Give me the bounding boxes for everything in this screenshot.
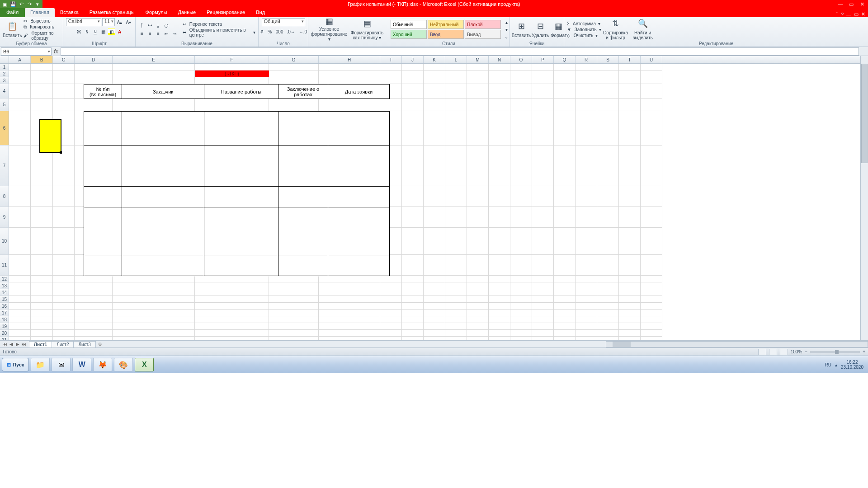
cell[interactable] bbox=[380, 303, 402, 310]
cell[interactable] bbox=[75, 276, 113, 282]
cell[interactable] bbox=[619, 207, 641, 228]
cell[interactable] bbox=[402, 276, 424, 282]
cell[interactable] bbox=[402, 296, 424, 303]
sheet-tab[interactable]: Лист2 bbox=[52, 341, 74, 347]
cell[interactable] bbox=[554, 255, 576, 276]
column-header[interactable]: Q bbox=[554, 56, 576, 63]
cell[interactable] bbox=[510, 303, 532, 310]
cell[interactable] bbox=[269, 310, 319, 316]
cell[interactable] bbox=[9, 337, 31, 340]
cell[interactable] bbox=[467, 145, 489, 186]
row-header[interactable]: 9 bbox=[0, 207, 9, 228]
name-box[interactable]: B6 bbox=[1, 47, 52, 56]
cell[interactable] bbox=[113, 289, 195, 296]
cell[interactable] bbox=[195, 323, 269, 330]
cell[interactable] bbox=[53, 255, 75, 276]
cell[interactable] bbox=[319, 77, 380, 84]
cell[interactable] bbox=[424, 84, 445, 99]
cell[interactable] bbox=[113, 276, 195, 282]
cell[interactable] bbox=[269, 70, 319, 77]
cell[interactable] bbox=[554, 303, 576, 310]
cell[interactable] bbox=[576, 310, 597, 316]
cell[interactable] bbox=[424, 77, 445, 84]
cell[interactable] bbox=[424, 255, 445, 276]
cell[interactable] bbox=[402, 303, 424, 310]
cell[interactable] bbox=[319, 64, 380, 70]
cell[interactable] bbox=[402, 337, 424, 340]
cell[interactable] bbox=[576, 99, 597, 111]
cell[interactable] bbox=[31, 70, 53, 77]
cell[interactable] bbox=[195, 310, 269, 316]
cell[interactable] bbox=[380, 337, 402, 340]
column-header[interactable]: A bbox=[9, 56, 31, 63]
cell[interactable] bbox=[424, 228, 445, 255]
cell[interactable] bbox=[53, 276, 75, 282]
cell[interactable] bbox=[380, 99, 402, 111]
cell[interactable] bbox=[489, 276, 510, 282]
cell[interactable] bbox=[9, 77, 31, 84]
cell[interactable] bbox=[510, 330, 532, 337]
cell[interactable] bbox=[641, 330, 662, 337]
cell[interactable] bbox=[380, 316, 402, 323]
style-cell[interactable]: Ввод bbox=[428, 30, 464, 39]
cell[interactable] bbox=[467, 330, 489, 337]
cell[interactable] bbox=[75, 296, 113, 303]
zoom-slider[interactable] bbox=[810, 351, 860, 353]
cell[interactable] bbox=[195, 296, 269, 303]
shrink-font-icon[interactable]: A▾ bbox=[125, 19, 133, 26]
indent-inc-icon[interactable]: ⇥ bbox=[171, 30, 178, 37]
cell[interactable] bbox=[576, 323, 597, 330]
cell[interactable] bbox=[510, 145, 532, 186]
cell[interactable] bbox=[641, 70, 662, 77]
cell[interactable] bbox=[319, 303, 380, 310]
cell[interactable] bbox=[9, 276, 31, 282]
cell[interactable] bbox=[445, 84, 467, 99]
cell[interactable] bbox=[31, 282, 53, 289]
cell[interactable] bbox=[75, 77, 113, 84]
column-header[interactable]: M bbox=[467, 56, 489, 63]
ribbon-tab-вставка[interactable]: Вставка bbox=[55, 8, 84, 17]
cell[interactable] bbox=[467, 77, 489, 84]
cell[interactable] bbox=[641, 111, 662, 145]
cell[interactable] bbox=[445, 289, 467, 296]
cell[interactable] bbox=[641, 296, 662, 303]
cell[interactable] bbox=[269, 64, 319, 70]
cell[interactable] bbox=[489, 289, 510, 296]
cell[interactable] bbox=[269, 337, 319, 340]
cell[interactable] bbox=[597, 323, 619, 330]
cell[interactable] bbox=[269, 330, 319, 337]
view-pagebreak-icon[interactable] bbox=[780, 349, 788, 355]
help-icon[interactable]: ? bbox=[841, 12, 844, 17]
cell[interactable] bbox=[619, 337, 641, 340]
cell[interactable] bbox=[554, 323, 576, 330]
cell[interactable] bbox=[597, 255, 619, 276]
cell[interactable] bbox=[510, 316, 532, 323]
cell[interactable] bbox=[597, 289, 619, 296]
cell[interactable] bbox=[75, 303, 113, 310]
dec-decimal-icon[interactable]: ←.0 bbox=[297, 28, 308, 35]
cell[interactable] bbox=[269, 289, 319, 296]
row-header[interactable]: 5 bbox=[0, 99, 9, 111]
cell[interactable] bbox=[576, 330, 597, 337]
task-explorer[interactable]: 📁 bbox=[31, 358, 50, 371]
cell[interactable] bbox=[489, 296, 510, 303]
cell[interactable] bbox=[319, 316, 380, 323]
cell[interactable] bbox=[402, 310, 424, 316]
cell[interactable] bbox=[467, 64, 489, 70]
align-bottom-icon[interactable]: ⭳ bbox=[155, 22, 162, 29]
cell[interactable] bbox=[424, 289, 445, 296]
sort-filter-button[interactable]: ⇅Сортировка и фильтр bbox=[603, 18, 628, 41]
cell[interactable] bbox=[75, 289, 113, 296]
cell[interactable] bbox=[402, 145, 424, 186]
cell[interactable] bbox=[554, 276, 576, 282]
cell[interactable] bbox=[113, 99, 195, 111]
cell[interactable] bbox=[53, 310, 75, 316]
styles-up-icon[interactable]: ▴ bbox=[503, 19, 510, 26]
cell[interactable] bbox=[532, 186, 554, 207]
cell[interactable] bbox=[53, 296, 75, 303]
cell[interactable] bbox=[576, 111, 597, 145]
cell[interactable] bbox=[53, 330, 75, 337]
cell[interactable] bbox=[269, 296, 319, 303]
cell[interactable] bbox=[489, 84, 510, 99]
cell[interactable] bbox=[9, 303, 31, 310]
